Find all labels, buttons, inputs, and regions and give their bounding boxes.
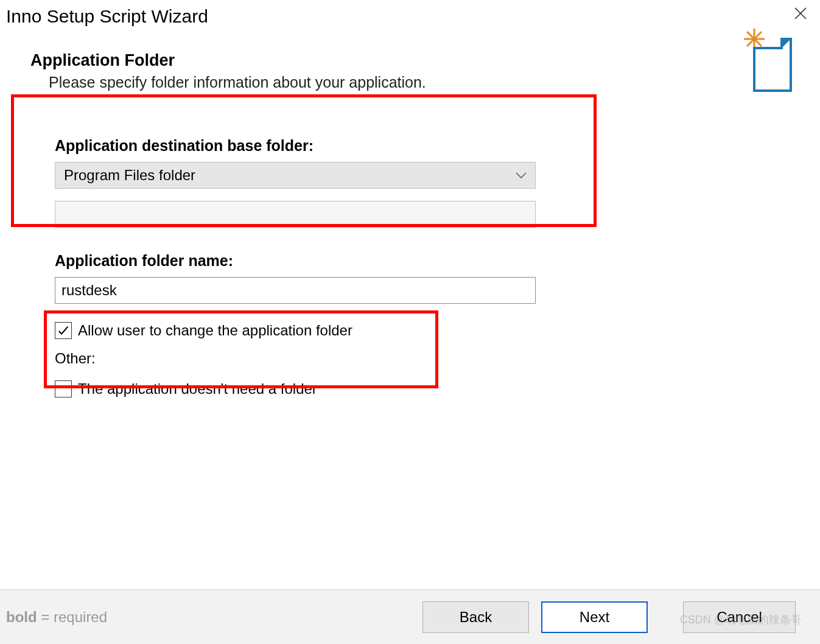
no-folder-checkbox[interactable] <box>55 380 72 397</box>
wizard-footer: bold = required Back Next Cancel <box>0 589 820 644</box>
cancel-button[interactable]: Cancel <box>683 601 796 633</box>
close-icon <box>793 6 808 21</box>
chevron-down-icon <box>516 172 527 178</box>
allow-user-change-checkbox[interactable] <box>55 322 72 339</box>
required-hint: bold = required <box>6 609 107 626</box>
back-button[interactable]: Back <box>422 601 529 633</box>
application-folder-name-input[interactable] <box>55 277 536 304</box>
application-folder-name-label: Application folder name: <box>55 252 796 270</box>
close-button[interactable] <box>787 6 814 24</box>
window-title: Inno Setup Script Wizard <box>6 6 208 27</box>
destination-base-folder-dropdown[interactable]: Program Files folder <box>55 162 536 189</box>
other-label: Other: <box>55 350 796 367</box>
page-subtitle: Please specify folder information about … <box>30 74 796 91</box>
wizard-icon <box>735 27 796 96</box>
next-button[interactable]: Next <box>541 601 648 633</box>
allow-user-change-label: Allow user to change the application fol… <box>78 322 352 339</box>
destination-base-folder-label: Application destination base folder: <box>55 137 796 155</box>
destination-base-folder-value: Program Files folder <box>64 167 195 184</box>
no-folder-label: The application doesn't need a folder <box>78 380 317 397</box>
page-title: Application Folder <box>30 51 796 70</box>
checkmark-icon <box>57 324 70 337</box>
destination-custom-path-input <box>55 201 536 228</box>
